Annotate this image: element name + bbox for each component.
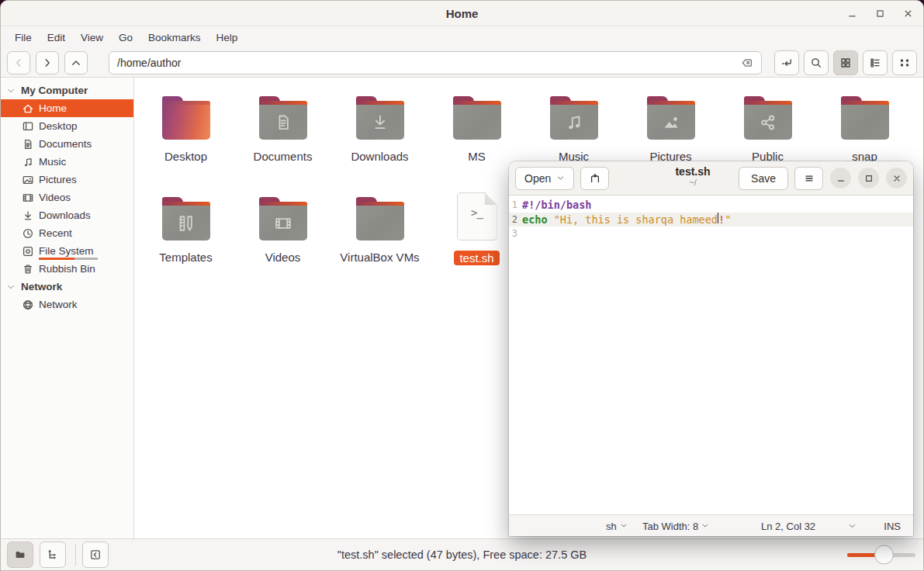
file-item-virtualbox-vms[interactable]: VirtualBox VMs bbox=[331, 189, 428, 290]
cursor-position-indicator[interactable]: Ln 2, Col 32 bbox=[761, 520, 815, 531]
code-line-2[interactable]: 2echo "Hi, this is sharqa hameed!" bbox=[509, 213, 913, 227]
icon-view-button[interactable] bbox=[833, 50, 858, 75]
open-button[interactable]: Open bbox=[515, 167, 574, 190]
statusbar-separator bbox=[75, 544, 76, 566]
folder-icon bbox=[162, 202, 210, 241]
emblem-picture-icon bbox=[661, 112, 681, 133]
code-line-1[interactable]: 1#!/bin/bash bbox=[509, 198, 913, 213]
sidebar-item-pictures[interactable]: Pictures bbox=[1, 171, 133, 189]
editor-headerbar[interactable]: Open test.sh ~/ Save bbox=[509, 161, 913, 196]
compact-view-icon bbox=[898, 57, 911, 69]
clear-location-icon[interactable] bbox=[741, 57, 753, 69]
sidebar-item-home[interactable]: Home bbox=[1, 99, 133, 117]
zoom-slider-track[interactable] bbox=[847, 553, 915, 557]
folder-icon bbox=[453, 101, 501, 140]
file-item-downloads[interactable]: Downloads bbox=[331, 88, 428, 189]
sidebar: My ComputerHomeDesktopDocumentsMusicPict… bbox=[1, 78, 134, 538]
rubbish-bin-icon bbox=[22, 263, 34, 275]
menu-bookmarks[interactable]: Bookmarks bbox=[140, 29, 209, 47]
network-icon bbox=[22, 299, 34, 311]
maximize-icon bbox=[874, 8, 886, 19]
enter-location-button[interactable] bbox=[774, 50, 799, 75]
new-document-button[interactable] bbox=[580, 167, 609, 190]
list-view-button[interactable] bbox=[863, 50, 888, 75]
sidebar-item-rubbish-bin[interactable]: Rubbish Bin bbox=[1, 260, 133, 278]
compact-view-button[interactable] bbox=[892, 50, 917, 75]
maximize-icon bbox=[863, 173, 874, 184]
sidebar-item-label: Videos bbox=[39, 192, 71, 203]
sidebar-item-network[interactable]: Network bbox=[1, 296, 133, 313]
file-label: Desktop bbox=[164, 150, 207, 163]
folder-icon bbox=[744, 101, 792, 140]
file-item-templates[interactable]: Templates bbox=[137, 189, 234, 290]
sidebar-item-videos[interactable]: Videos bbox=[1, 189, 133, 206]
sidebar-item-music[interactable]: Music bbox=[1, 153, 133, 171]
grid-view-icon bbox=[839, 57, 852, 69]
sidebar-item-file-system[interactable]: File System bbox=[1, 242, 133, 260]
sidebar-item-label: Pictures bbox=[39, 174, 77, 185]
code-editor-area[interactable]: 1#!/bin/bash2echo "Hi, this is sharqa ha… bbox=[509, 196, 913, 514]
forward-button[interactable] bbox=[36, 51, 59, 74]
file-label: VirtualBox VMs bbox=[340, 251, 419, 264]
sidebar-item-recent[interactable]: Recent bbox=[1, 224, 133, 242]
file-item-documents[interactable]: Documents bbox=[234, 88, 331, 189]
maximize-button[interactable] bbox=[874, 8, 886, 19]
location-bar[interactable] bbox=[109, 51, 762, 74]
line-number: 1 bbox=[509, 198, 522, 213]
places-toggle-button[interactable] bbox=[7, 542, 33, 568]
menu-file[interactable]: File bbox=[7, 29, 40, 47]
shell-script-icon: >_ bbox=[457, 192, 497, 241]
backspace-icon bbox=[741, 57, 753, 69]
sidebar-item-documents[interactable]: Documents bbox=[1, 135, 133, 153]
code-segment: echo bbox=[522, 213, 548, 227]
code-line-3[interactable]: 3 bbox=[509, 227, 913, 241]
editor-status-bar: sh Tab Width: 8 Ln 2, Col 32 INS bbox=[509, 514, 913, 536]
menu-edit[interactable]: Edit bbox=[40, 29, 73, 47]
downloads-icon bbox=[22, 209, 34, 222]
editor-close-button[interactable] bbox=[886, 168, 907, 189]
section-label: My Computer bbox=[21, 85, 88, 96]
status-bar: "test.sh" selected (47 bytes), Free spac… bbox=[1, 538, 923, 570]
minimize-button[interactable] bbox=[846, 8, 858, 19]
chevron-down-icon bbox=[620, 522, 628, 530]
chevron-down-icon bbox=[701, 522, 709, 530]
menu-go[interactable]: Go bbox=[111, 29, 140, 47]
language-selector[interactable]: sh bbox=[606, 520, 628, 531]
tab-width-selector[interactable]: Tab Width: 8 bbox=[642, 520, 709, 531]
menu-help[interactable]: Help bbox=[209, 29, 246, 47]
sidebar-item-label: Rubbish Bin bbox=[39, 263, 95, 275]
sidebar-section-network[interactable]: Network bbox=[1, 278, 133, 296]
back-button[interactable] bbox=[7, 51, 30, 74]
code-segment: ! bbox=[718, 213, 725, 227]
zoom-slider-handle[interactable] bbox=[874, 545, 894, 565]
file-item-videos[interactable]: Videos bbox=[234, 189, 331, 290]
documents-icon bbox=[22, 138, 34, 151]
file-label: MS bbox=[468, 150, 486, 163]
tree-view-icon bbox=[47, 549, 59, 561]
folder-icon bbox=[841, 101, 889, 140]
close-button[interactable] bbox=[902, 8, 914, 19]
editor-menu-button[interactable] bbox=[794, 167, 823, 190]
file-label: test.sh bbox=[454, 251, 499, 265]
menu-view[interactable]: View bbox=[73, 29, 111, 47]
position-dropdown[interactable] bbox=[848, 521, 857, 530]
text-editor-window: Open test.sh ~/ Save 1#!/bin/bash2echo "… bbox=[509, 161, 913, 536]
sidebar-item-desktop[interactable]: Desktop bbox=[1, 117, 133, 135]
zoom-slider[interactable] bbox=[847, 544, 915, 566]
sidebar-section-my-computer[interactable]: My Computer bbox=[1, 81, 133, 99]
location-input[interactable] bbox=[117, 57, 741, 69]
up-button[interactable] bbox=[64, 51, 88, 74]
editor-maximize-button[interactable] bbox=[858, 168, 879, 189]
hide-sidebar-button[interactable] bbox=[82, 542, 109, 568]
titlebar[interactable]: Home bbox=[1, 1, 923, 26]
home-icon bbox=[22, 102, 34, 115]
editor-minimize-button[interactable] bbox=[830, 168, 851, 189]
file-item-desktop[interactable]: Desktop bbox=[137, 88, 234, 189]
pictures-icon bbox=[22, 174, 34, 186]
sidebar-item-downloads[interactable]: Downloads bbox=[1, 206, 133, 224]
minimize-icon bbox=[836, 173, 846, 184]
search-button[interactable] bbox=[804, 50, 829, 75]
treeview-toggle-button[interactable] bbox=[40, 542, 66, 568]
file-label: Downloads bbox=[351, 150, 408, 163]
folder-icon bbox=[647, 101, 695, 140]
